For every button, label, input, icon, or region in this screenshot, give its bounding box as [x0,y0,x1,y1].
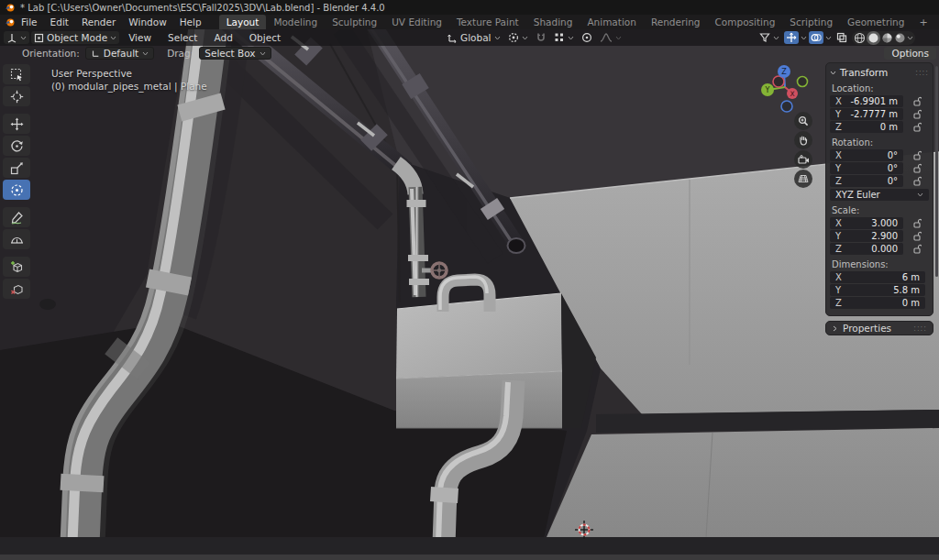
location-y-row: Y-2.7777 m [830,108,929,120]
tool-measure[interactable] [3,229,30,249]
editor-type-dropdown[interactable] [4,31,29,44]
tool-select-box[interactable] [3,64,30,84]
scale-z-field[interactable]: Z0.000 [830,243,903,255]
orientation-setting-dropdown[interactable]: Default [85,47,154,60]
options-button[interactable]: Options [884,47,936,60]
orientation-label: Global [460,32,492,43]
tab-animation[interactable]: Animation [580,15,644,29]
rotation-x-field[interactable]: X0° [830,149,903,161]
unlock-icon[interactable] [913,150,922,160]
tool-move[interactable] [3,114,30,134]
snap-settings-dropdown[interactable] [551,31,577,44]
zoom-icon [798,115,809,126]
mode-dropdown[interactable]: Object Mode [31,31,119,44]
chevron-down-icon[interactable] [801,36,807,40]
shading-rendered-icon[interactable] [894,32,906,44]
chevron-down-icon [20,36,27,40]
top-bar: File Edit Render Window Help Layout Mode… [0,15,939,29]
menu-window[interactable]: Window [122,15,172,29]
add-workspace-button[interactable]: + [911,15,934,29]
tab-modeling[interactable]: Modeling [266,15,325,29]
transform-panel-header[interactable]: Transform :::: [830,66,929,79]
tab-rendering[interactable]: Rendering [644,15,708,29]
menu-select[interactable]: Select [160,32,204,43]
zoom-button[interactable] [794,112,812,130]
tool-shelf [3,64,30,301]
gizmos-toggle[interactable] [784,31,799,44]
unlock-icon[interactable] [913,231,922,241]
tool-cursor[interactable] [3,86,30,106]
rotation-mode-dropdown[interactable]: XYZ Euler [830,189,929,201]
tab-layout[interactable]: Layout [219,15,267,29]
unlock-icon[interactable] [913,244,922,254]
rotation-y-field[interactable]: Y0° [830,162,903,174]
tab-texture-paint[interactable]: Texture Paint [449,15,526,29]
menu-view[interactable]: View [121,32,159,43]
filter-dropdown[interactable] [757,31,782,44]
unlock-icon[interactable] [913,109,922,119]
axis-neg-x-ball[interactable] [773,76,784,87]
properties-panel-header[interactable]: Properties :::: [825,321,933,335]
menu-file[interactable]: File [15,15,44,29]
orientation-dropdown[interactable]: Global [444,31,503,44]
shading-material-icon[interactable] [881,32,893,44]
dimensions-x-field[interactable]: X6 m [830,271,925,283]
scale-y-field[interactable]: Y2.900 [830,230,903,242]
tab-scripting[interactable]: Scripting [782,15,840,29]
tab-sculpting[interactable]: Sculpting [325,15,384,29]
navigation-gizmo[interactable]: Z Y X [756,62,814,119]
tool-extra-cube[interactable] [3,279,30,299]
menu-edit[interactable]: Edit [44,15,75,29]
snap-toggle[interactable] [533,31,549,44]
chevron-down-icon[interactable] [825,36,832,40]
unlock-icon[interactable] [913,176,922,186]
chevron-down-icon [494,36,501,40]
tool-rotate[interactable] [3,136,30,156]
sidebar-scrollbar[interactable] [935,66,938,277]
xray-toggle[interactable] [834,31,850,44]
gizmos-icon [786,32,797,43]
dimensions-z-field[interactable]: Z0 m [830,297,925,309]
panel-grip: :::: [913,324,927,333]
pan-button[interactable] [794,131,812,149]
location-y-field[interactable]: Y-2.7777 m [830,108,903,120]
axis-neg-y-ball[interactable] [798,77,808,87]
unlock-icon[interactable] [913,96,922,106]
location-z-field[interactable]: Z0 m [830,121,903,133]
tab-uv-editing[interactable]: UV Editing [384,15,449,29]
menu-add[interactable]: Add [206,32,239,43]
overlays-toggle[interactable] [809,31,823,44]
rotation-z-field[interactable]: Z0° [830,175,903,187]
location-x-field[interactable]: X-6.9901 m [830,95,903,107]
tab-geometring[interactable]: Geometring [840,15,911,29]
pivot-point-dropdown[interactable] [505,31,531,44]
tool-scale[interactable] [3,158,30,178]
unlock-icon[interactable] [913,218,922,228]
scale-label: Scale: [832,205,927,215]
unlock-icon[interactable] [913,163,922,173]
tab-shading[interactable]: Shading [526,15,580,29]
falloff-dropdown[interactable] [597,31,624,44]
dimensions-y-field[interactable]: Y5.8 m [830,284,925,296]
drag-setting-dropdown[interactable]: Select Box [199,47,271,60]
chevron-down-icon [522,36,528,40]
scale-x-field[interactable]: X3.000 [830,217,903,229]
menu-help[interactable]: Help [173,15,208,29]
tool-add-cube[interactable] [3,257,30,277]
shading-wireframe-icon[interactable] [854,32,866,44]
menu-render[interactable]: Render [75,15,122,29]
shading-solid-active[interactable] [867,31,880,45]
axis-neg-z-ball[interactable] [781,101,792,112]
shading-modes [852,31,915,45]
perspective-toggle-button[interactable] [794,170,812,188]
camera-view-button[interactable] [794,150,812,169]
unlock-icon[interactable] [913,122,922,132]
tool-settings-row: Orientation: Default Drag: Select Box Op… [0,46,939,60]
tool-annotate[interactable] [3,207,30,227]
tab-compositing[interactable]: Compositing [708,15,783,29]
tool-transform[interactable] [3,180,30,200]
proportional-edit-toggle[interactable] [579,31,595,44]
menu-object[interactable]: Object [242,32,288,43]
chevron-down-icon[interactable] [907,36,913,40]
blender-logo-icon[interactable] [5,17,15,27]
